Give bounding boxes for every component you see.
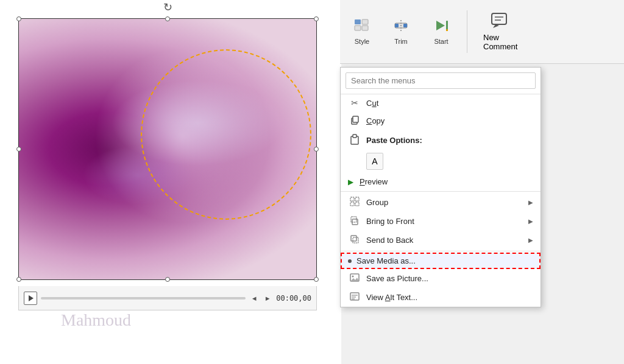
play-button[interactable] — [24, 292, 37, 305]
send-to-back-icon — [348, 234, 361, 246]
svg-rect-20 — [355, 197, 359, 201]
menu-item-save-as-picture[interactable]: Save as Picture... — [341, 269, 541, 288]
svg-rect-16 — [353, 116, 358, 122]
dashed-selection-circle — [141, 49, 311, 220]
watermark: Mahmoud — [61, 310, 131, 330]
svg-rect-19 — [350, 197, 354, 201]
trim-icon — [392, 18, 410, 36]
menu-item-copy[interactable]: Copy — [341, 111, 541, 130]
svg-rect-22 — [355, 202, 359, 206]
view-alt-text-label: View Alt Text... — [366, 293, 533, 302]
style-icon — [353, 18, 370, 36]
menu-item-cut[interactable]: ✂ Cut — [341, 94, 541, 111]
menu-item-preview[interactable]: ▶ Preview — [341, 173, 541, 190]
svg-marker-8 — [436, 21, 445, 30]
cut-label: Cut — [366, 99, 533, 108]
bring-to-front-label: Bring to Front — [366, 217, 523, 226]
menu-item-save-media-as[interactable]: Save Media as... — [341, 253, 541, 269]
ribbon-toolbar: Style Trim Start — [340, 0, 624, 64]
menu-item-view-alt-text[interactable]: View Alt Text... — [341, 288, 541, 307]
menu-item-send-to-back[interactable]: Send to Back ▶ — [341, 231, 541, 250]
skip-forward-button[interactable]: ► — [263, 293, 272, 303]
new-comment-icon — [491, 12, 510, 31]
rotate-handle[interactable]: ↻ — [161, 1, 174, 13]
new-comment-label: NewComment — [483, 33, 517, 51]
preview-label: Preview — [360, 177, 533, 186]
menu-item-bring-to-front[interactable]: Bring to Front ▶ — [341, 212, 541, 231]
ribbon-start-button[interactable]: Start — [425, 15, 457, 49]
ribbon-style-button[interactable]: Style — [347, 15, 377, 49]
save-as-picture-label: Save as Picture... — [366, 274, 533, 283]
search-input[interactable] — [346, 72, 536, 89]
bring-to-front-icon — [348, 215, 361, 227]
group-arrow-icon: ▶ — [528, 199, 533, 206]
start-icon — [431, 18, 451, 36]
trim-label: Trim — [394, 38, 408, 45]
svg-rect-2 — [355, 26, 361, 30]
menu-item-group[interactable]: Group ▶ — [341, 193, 541, 212]
svg-rect-11 — [492, 13, 506, 24]
svg-rect-21 — [350, 202, 354, 206]
send-to-back-label: Send to Back — [366, 236, 523, 245]
save-media-as-label: Save Media as... — [356, 256, 533, 265]
preview-arrow-icon: ▶ — [348, 178, 353, 186]
svg-rect-18 — [353, 135, 356, 138]
svg-rect-25 — [351, 236, 356, 241]
svg-rect-0 — [355, 19, 361, 24]
context-menu: ✂ Cut Copy Paste Options: A ▶ Preview — [340, 67, 541, 307]
bring-to-front-arrow-icon: ▶ — [528, 218, 533, 225]
start-label: Start — [434, 38, 448, 45]
play-icon — [29, 295, 34, 301]
separator-1 — [341, 191, 541, 192]
time-display: 00:00,00 — [276, 294, 311, 303]
separator-2 — [341, 251, 541, 251]
send-to-back-arrow-icon: ▶ — [528, 237, 533, 243]
svg-rect-3 — [362, 26, 368, 30]
paste-a-icon: A — [372, 156, 377, 166]
svg-point-28 — [352, 276, 354, 278]
ribbon-divider — [467, 10, 467, 53]
paste-keep-formatting-button[interactable]: A — [366, 153, 383, 170]
svg-rect-6 — [403, 24, 407, 27]
ribbon-trim-button[interactable]: Trim — [386, 15, 416, 49]
group-label: Group — [366, 198, 523, 207]
slide-area: ↻ ◄ ► 00:00,00 Mahmoud — [0, 0, 341, 364]
cut-icon: ✂ — [348, 98, 361, 108]
copy-label: Copy — [366, 116, 533, 125]
paste-options-label: Paste Options: — [366, 136, 533, 145]
style-label: Style — [355, 38, 369, 45]
video-container — [18, 18, 317, 280]
skip-back-button[interactable]: ◄ — [249, 293, 259, 303]
ribbon-new-comment-button[interactable]: NewComment — [477, 9, 523, 55]
svg-rect-9 — [446, 21, 448, 30]
video-controls: ◄ ► 00:00,00 — [18, 286, 317, 310]
group-icon — [348, 197, 361, 208]
svg-rect-10 — [446, 29, 448, 31]
svg-rect-5 — [395, 24, 399, 27]
copy-icon — [348, 115, 361, 127]
paste-subitem: A — [341, 150, 541, 173]
save-media-dot — [348, 259, 352, 263]
paste-icon — [348, 134, 361, 147]
search-box-container — [341, 68, 541, 94]
svg-marker-29 — [350, 278, 359, 281]
view-alt-text-icon — [348, 292, 361, 303]
seek-bar[interactable] — [41, 297, 246, 299]
menu-item-paste-options[interactable]: Paste Options: — [341, 130, 541, 150]
svg-rect-1 — [362, 19, 368, 24]
save-as-picture-icon — [348, 273, 361, 284]
